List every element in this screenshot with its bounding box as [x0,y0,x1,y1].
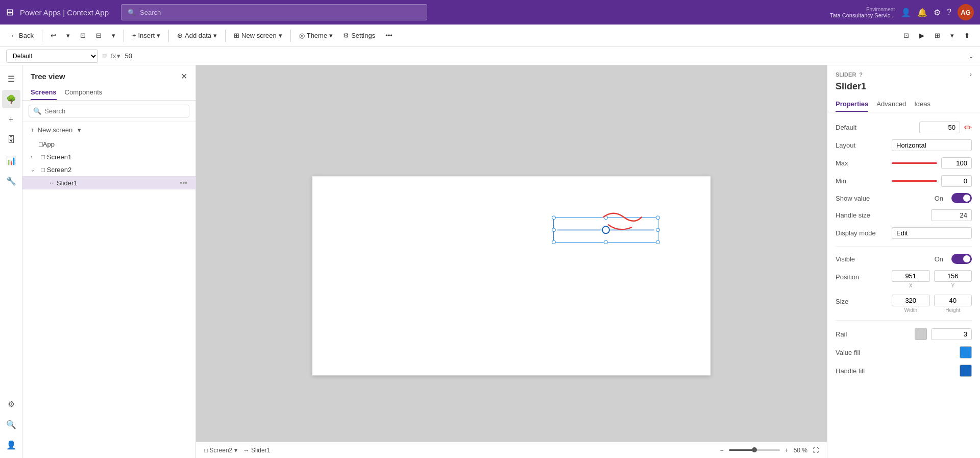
rail-input[interactable] [931,328,972,340]
new-screen-tree-button[interactable]: + New screen ▾ [22,122,195,138]
tools-icon[interactable]: 🔧 [2,172,20,190]
more-button[interactable]: ••• [381,30,397,41]
zoom-slider-thumb[interactable] [752,447,757,452]
max-label: Max [836,159,892,167]
tab-advanced[interactable]: Advanced [876,97,906,112]
settings-icon-left[interactable]: ⚙ [2,395,20,413]
tab-properties[interactable]: Properties [836,97,868,112]
tree-item-slider1[interactable]: ↔ Slider1 ••• [22,176,195,189]
handle-bottom-mid[interactable] [604,240,608,244]
tree-item-screen2[interactable]: ⌄ □ Screen2 [22,163,195,176]
formula-input[interactable] [125,52,964,60]
slider-canvas-widget[interactable] [557,220,654,240]
layout-dropdown[interactable]: Horizontal Vertical [892,139,972,151]
settings-button[interactable]: ⚙ Settings [339,30,379,41]
handle-bottom-left[interactable] [552,240,556,244]
handle-left-mid[interactable] [552,228,556,232]
handle-top-right[interactable] [656,215,660,220]
insert-button[interactable]: + Insert ▾ [128,30,164,41]
analytics-icon[interactable]: 📊 [2,151,20,170]
tree-item-app[interactable]: □ App [22,138,195,151]
user-icon-left[interactable]: 👤 [2,436,20,454]
share-button[interactable]: ⬆ [960,30,974,41]
position-y-input[interactable] [934,270,972,282]
slider1-icon: ↔ [49,180,55,186]
undo-dropdown-button[interactable]: ▾ [62,30,74,41]
default-input[interactable] [919,122,960,133]
slider-handle[interactable] [602,226,610,234]
right-panel-expand-button[interactable]: › [970,70,972,78]
tab-components[interactable]: Components [65,85,103,100]
hamburger-icon[interactable]: ☰ [2,69,20,88]
preview-button[interactable]: ⊡ [899,30,913,41]
search-input[interactable] [140,9,421,16]
add-data-button[interactable]: ⊕ Add data ▾ [173,30,221,41]
back-button[interactable]: ← Back [6,30,38,41]
handle-fill-color-swatch[interactable] [960,365,972,377]
screen-chip-dropdown[interactable]: ▾ [234,447,237,454]
size-width-input[interactable] [892,295,930,306]
default-label: Default [836,124,892,131]
publish-dropdown-button[interactable]: ▾ [946,30,958,41]
profile-icon[interactable]: 👤 [901,8,911,17]
data-icon[interactable]: 🗄 [2,131,20,149]
tree-close-button[interactable]: ✕ [181,71,187,81]
tab-screens[interactable]: Screens [31,85,57,100]
display-mode-dropdown[interactable]: Edit View Disabled [892,227,972,239]
value-fill-color-swatch[interactable] [960,346,972,358]
tab-ideas[interactable]: Ideas [914,97,930,112]
formula-fx-dropdown-icon[interactable]: ▾ [117,52,120,60]
show-value-toggle[interactable] [951,193,972,203]
size-height-input[interactable] [934,295,972,306]
handle-top-mid[interactable] [604,215,608,220]
new-screen-button[interactable]: ⊞ New screen ▾ [230,30,286,41]
paste-dropdown-button[interactable]: ▾ [108,30,119,41]
slider-chip[interactable]: ↔ Slider1 [243,447,271,454]
add-data-label: Add data [185,32,211,39]
handle-bottom-right[interactable] [656,240,660,244]
handle-right-mid[interactable] [656,228,660,232]
undo-button[interactable]: ↩ [46,30,60,41]
screen-chip-label: Screen2 [210,447,233,454]
zoom-minus-button[interactable]: − [720,447,724,454]
display-mode-container: Edit View Disabled [892,227,972,239]
help-icon[interactable]: ? [947,8,951,17]
visible-toggle[interactable] [951,254,972,264]
settings-icon[interactable]: ⚙ [934,8,941,17]
environment-label: Environment [866,7,895,12]
paste-button[interactable]: ⊟ [92,30,106,41]
rail-color-swatch[interactable] [915,328,927,340]
fullscreen-button[interactable]: ⛶ [813,447,819,454]
avatar[interactable]: AG [958,4,974,20]
zoom-plus-button[interactable]: + [785,447,789,454]
size-label: Size [836,295,892,305]
red-edit-icon[interactable]: ✏ [964,122,972,133]
handle-top-left[interactable] [552,215,556,220]
slider1-more-button[interactable]: ••• [180,179,187,187]
canvas-area[interactable]: □ Screen2 ▾ ↔ Slider1 − + 50 % ⛶ [196,65,827,458]
screen-chip[interactable]: □ Screen2 ▾ [204,447,237,454]
tree-search-input[interactable] [44,107,185,115]
type-help-icon[interactable]: ? [859,71,863,78]
insert-icon-left[interactable]: + [2,110,20,129]
waffle-icon[interactable]: ⊞ [6,7,14,18]
tree-view-icon[interactable]: 🌳 [2,90,20,108]
notification-icon[interactable]: 🔔 [917,8,927,17]
max-input[interactable] [941,157,972,169]
position-x-input[interactable] [892,270,930,282]
zoom-slider-track[interactable] [729,449,780,451]
search-bar[interactable]: 🔍 [121,4,427,20]
play-button[interactable]: ▶ [915,30,928,41]
size-height-field: Height [934,295,972,313]
publish-button[interactable]: ⊞ [930,30,944,41]
min-input[interactable] [941,175,972,187]
separator-props-1 [836,246,972,247]
handle-size-input[interactable] [931,209,972,221]
theme-button[interactable]: ◎ Theme ▾ [295,30,337,41]
formula-expand-icon[interactable]: ⌄ [968,52,974,60]
property-dropdown[interactable]: Default [6,50,98,63]
search-icon-left[interactable]: 🔍 [2,415,20,433]
redo-button[interactable]: ⊡ [76,30,90,41]
formula-fx-icon[interactable]: fx ▾ [111,52,120,60]
tree-item-screen1[interactable]: › □ Screen1 [22,151,195,163]
